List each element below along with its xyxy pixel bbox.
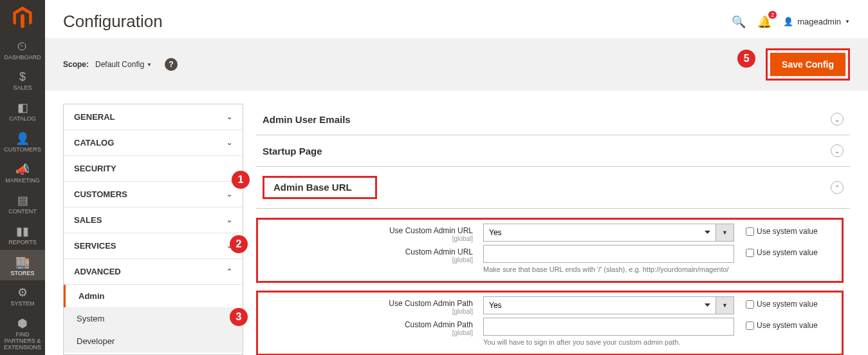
chevron-down-icon: ▼	[845, 19, 850, 24]
config-nav-general[interactable]: GENERAL⌄	[64, 104, 243, 130]
user-icon: 👤	[783, 17, 793, 26]
field-label: Use Custom Admin URL	[264, 226, 473, 235]
gauge-icon: ⏲	[17, 40, 28, 53]
section-title-highlight: Admin Base URL	[263, 176, 377, 199]
topbar-right: 🔍 🔔2 👤 mageadmin ▼	[732, 15, 850, 29]
nav-dashboard[interactable]: ⏲DASHBOARD	[0, 35, 45, 65]
use-system-checkbox-group[interactable]: Use system value	[746, 224, 818, 236]
annotation-1: 1	[232, 171, 250, 189]
help-icon[interactable]: ?	[165, 58, 178, 71]
page-title: Configuration	[63, 12, 163, 32]
config-nav-advanced[interactable]: ADVANCED⌃	[64, 259, 243, 285]
field-scope: [global]	[264, 256, 473, 264]
notifications-icon[interactable]: 🔔2	[757, 15, 771, 29]
config-nav-sales[interactable]: SALES⌄	[64, 207, 243, 233]
field-custom-url: Custom Admin URL [global] Make sure that…	[264, 245, 835, 273]
scope-label: Scope:	[63, 60, 89, 69]
annotation-3: 3	[230, 308, 248, 326]
field-scope: [global]	[264, 308, 473, 315]
use-system-checkbox[interactable]	[746, 227, 754, 236]
chevron-down-icon: ⌄	[226, 139, 232, 147]
main-content: Configuration 🔍 🔔2 👤 mageadmin ▼ Scope: …	[45, 0, 868, 355]
magento-logo[interactable]	[0, 0, 45, 35]
box-icon: ◧	[17, 101, 28, 115]
use-system-checkbox[interactable]	[746, 300, 754, 309]
expand-icon: ⌄	[831, 144, 844, 157]
nav-customers[interactable]: 👤CUSTOMERS	[0, 126, 45, 157]
use-system-checkbox-group[interactable]: Use system value	[746, 318, 818, 330]
field-note: Make sure that base URL ends with '/' (s…	[483, 265, 734, 273]
chevron-down-icon: ⌄	[226, 216, 232, 224]
username: mageadmin	[797, 17, 841, 26]
chevron-down-icon: ▼	[716, 296, 734, 314]
use-custom-path-select[interactable]: Yes	[483, 296, 716, 314]
config-nav-developer[interactable]: Developer	[64, 330, 243, 352]
gear-icon: ⚙	[17, 285, 28, 300]
config-nav-customers[interactable]: CUSTOMERS⌄	[64, 182, 243, 207]
puzzle-icon: ⬢	[17, 316, 28, 331]
field-group-path: 3 Use Custom Admin Path [global] Yes ▼	[256, 291, 844, 355]
use-custom-url-select[interactable]: Yes	[483, 224, 716, 242]
expand-icon: ⌄	[831, 113, 844, 126]
use-system-checkbox[interactable]	[746, 249, 754, 257]
field-label: Custom Admin Path	[264, 320, 473, 329]
field-label: Custom Admin URL	[264, 247, 473, 256]
section-title: Admin Base URL	[273, 182, 352, 193]
save-config-button[interactable]: Save Config	[770, 53, 845, 76]
section-title: Startup Page	[263, 146, 322, 157]
scope-select[interactable]: Default Config	[95, 60, 152, 69]
config-nav: GENERAL⌄ CATALOG⌄ SECURITY CUSTOMERS⌄ SA…	[63, 104, 243, 355]
search-icon[interactable]: 🔍	[732, 15, 746, 29]
section-startup[interactable]: Startup Page ⌄	[256, 135, 850, 167]
use-system-checkbox-group[interactable]: Use system value	[746, 296, 818, 309]
config-nav-admin[interactable]: Admin	[64, 285, 243, 307]
nav-marketing[interactable]: 📣MARKETING	[0, 157, 45, 188]
custom-path-input[interactable]	[483, 318, 734, 336]
config-nav-services[interactable]: SERVICES⌄	[64, 233, 243, 259]
field-use-custom-path: Use Custom Admin Path [global] Yes ▼ Use…	[264, 296, 835, 315]
use-system-checkbox-group[interactable]: Use system value	[746, 245, 818, 257]
section-admin-emails[interactable]: Admin User Emails ⌄	[256, 104, 850, 135]
field-scope: [global]	[264, 329, 473, 336]
layers-icon: ▤	[17, 193, 28, 207]
notification-badge: 2	[768, 11, 777, 19]
chevron-down-icon: ⌄	[226, 113, 232, 121]
nav-reports[interactable]: ▮▮REPORTS	[0, 219, 45, 250]
megaphone-icon: 📣	[15, 162, 30, 177]
content-area: GENERAL⌄ CATALOG⌄ SECURITY CUSTOMERS⌄ SA…	[45, 91, 868, 355]
section-body-base-url: 2 Use Custom Admin URL [global] Yes ▼	[256, 209, 850, 355]
custom-url-input[interactable]	[483, 245, 734, 263]
collapse-icon: ⌃	[831, 181, 844, 194]
nav-catalog[interactable]: ◧CATALOG	[0, 95, 45, 126]
chevron-down-icon: ⌄	[226, 190, 232, 198]
use-system-checkbox[interactable]	[746, 321, 754, 330]
field-scope: [global]	[264, 235, 473, 242]
chevron-down-icon: ▼	[716, 224, 734, 242]
section-title: Admin User Emails	[263, 114, 351, 125]
field-use-custom-url: Use Custom Admin URL [global] Yes ▼ Use …	[264, 224, 835, 242]
annotation-5: 5	[737, 50, 755, 68]
field-note: You will have to sign in after you save …	[483, 338, 734, 346]
main-nav-sidebar: ⏲DASHBOARD $SALES ◧CATALOG 👤CUSTOMERS 📣M…	[0, 0, 45, 355]
annotation-2: 2	[230, 235, 248, 253]
nav-content[interactable]: ▤CONTENT	[0, 188, 45, 219]
field-custom-path: Custom Admin Path [global] You will have…	[264, 318, 835, 346]
nav-partners[interactable]: ⬢FIND PARTNERS & EXTENSIONS	[0, 311, 45, 355]
person-icon: 👤	[15, 131, 30, 146]
config-main: Admin User Emails ⌄ Startup Page ⌄ 1 Adm…	[256, 104, 850, 355]
save-button-highlight: Save Config	[766, 48, 850, 81]
config-nav-system[interactable]: System	[64, 307, 243, 330]
chart-icon: ▮▮	[16, 224, 29, 238]
nav-stores[interactable]: 🏬STORES	[0, 250, 45, 281]
section-base-url[interactable]: 1 Admin Base URL ⌃	[256, 167, 850, 209]
field-group-url: 2 Use Custom Admin URL [global] Yes ▼	[256, 218, 844, 283]
topbar: Configuration 🔍 🔔2 👤 mageadmin ▼	[45, 0, 868, 38]
config-nav-security[interactable]: SECURITY	[64, 156, 243, 182]
user-menu[interactable]: 👤 mageadmin ▼	[783, 17, 850, 26]
chevron-up-icon: ⌃	[226, 267, 232, 276]
nav-sales[interactable]: $SALES	[0, 65, 45, 95]
config-nav-catalog[interactable]: CATALOG⌄	[64, 130, 243, 156]
store-icon: 🏬	[15, 255, 30, 269]
scope-bar: Scope: Default Config ? 5 Save Config	[45, 38, 868, 91]
nav-system[interactable]: ⚙SYSTEM	[0, 280, 45, 311]
